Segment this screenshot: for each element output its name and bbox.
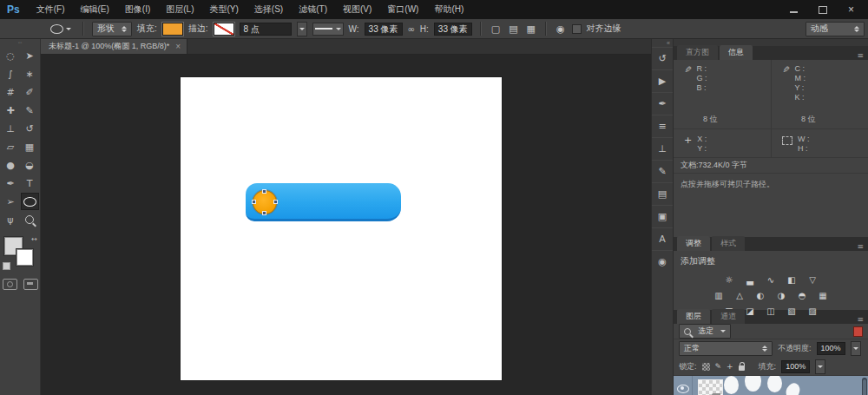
history-panel-icon[interactable]: ↺ <box>652 47 673 69</box>
gradient-map-icon[interactable]: ▨ <box>806 306 819 316</box>
character-panel-icon[interactable]: A <box>652 227 673 250</box>
menu-filter[interactable]: 滤镜(T) <box>291 3 335 16</box>
clone-source-panel-icon[interactable]: ⊥ <box>652 137 673 160</box>
levels-icon[interactable]: ▃ <box>744 275 757 285</box>
canvas-surface[interactable] <box>181 77 502 380</box>
tool-dodge[interactable]: ◒ <box>21 156 39 174</box>
fill-swatch[interactable] <box>162 23 183 36</box>
visibility-cell[interactable] <box>674 376 693 395</box>
black-white-icon[interactable]: ◐ <box>754 291 767 300</box>
anchor-point[interactable] <box>252 200 256 204</box>
menu-type[interactable]: 类型(Y) <box>202 3 247 16</box>
anchor-point[interactable] <box>262 211 266 215</box>
default-colors-icon[interactable] <box>3 262 10 270</box>
stroke-swatch[interactable] <box>214 23 234 36</box>
tool-hand[interactable]: ψ <box>2 211 20 228</box>
layer-row-selected[interactable] <box>674 376 868 395</box>
tool-brush[interactable]: ✎ <box>21 102 39 119</box>
tool-mode-select[interactable]: 形状 <box>92 22 132 36</box>
actions-panel-icon[interactable]: ▶ <box>652 69 673 92</box>
tool-healing-brush[interactable]: ✚ <box>2 102 20 119</box>
collapse-dock-icon[interactable]: « <box>652 39 673 47</box>
tool-eyedropper[interactable]: ✐ <box>21 83 39 101</box>
menu-layer[interactable]: 图层(L) <box>158 3 201 16</box>
align-edges-checkbox[interactable] <box>572 24 582 34</box>
orange-ellipse-shape[interactable] <box>253 190 277 214</box>
width-field[interactable]: 33 像素 <box>365 23 403 36</box>
panel-menu-icon[interactable]: ≡ <box>857 51 868 60</box>
tool-pen[interactable]: ✒ <box>2 174 20 192</box>
exposure-icon[interactable]: ◧ <box>786 275 799 285</box>
anchor-point[interactable] <box>273 200 278 204</box>
fill-field[interactable]: 100% <box>781 360 810 373</box>
panel-menu-icon[interactable]: ≡ <box>857 315 868 324</box>
fill-dropdown[interactable] <box>815 359 825 374</box>
swap-colors-icon[interactable]: ↔ <box>31 235 37 243</box>
vibrance-icon[interactable]: ▽ <box>806 275 819 285</box>
menu-image[interactable]: 图像(I) <box>117 3 158 16</box>
menu-file[interactable]: 文件(F) <box>29 3 73 16</box>
tool-type[interactable]: T <box>21 174 39 192</box>
layer-comps-panel-icon[interactable]: ▤ <box>652 182 673 205</box>
tool-crop[interactable]: # <box>2 83 20 101</box>
brightness-contrast-icon[interactable]: ☼ <box>723 275 736 285</box>
background-color[interactable] <box>16 249 33 266</box>
filter-toggle-button[interactable] <box>853 326 863 337</box>
paragraph-panel-icon[interactable]: ▣ <box>652 205 673 227</box>
brush-presets-panel-icon[interactable]: ✎ <box>652 160 673 182</box>
lock-move-icon[interactable]: + <box>727 362 733 371</box>
tool-magic-wand[interactable]: ∗ <box>21 65 39 82</box>
curves-icon[interactable]: ∿ <box>765 275 778 285</box>
opacity-field[interactable]: 100% <box>817 342 845 355</box>
opacity-dropdown[interactable] <box>851 341 861 356</box>
tab-styles[interactable]: 样式 <box>712 236 745 251</box>
stroke-width-field[interactable]: 8 点 <box>240 23 292 36</box>
layers-scrollbar[interactable] <box>862 378 867 395</box>
menu-edit[interactable]: 编辑(E) <box>72 3 116 16</box>
tab-channels[interactable]: 通道 <box>712 309 745 324</box>
path-operations-icon[interactable]: ▢ <box>490 23 502 35</box>
restore-button[interactable] <box>819 6 827 14</box>
close-tab-icon[interactable]: × <box>175 42 181 51</box>
tool-history-brush[interactable]: ↺ <box>21 120 39 137</box>
blue-button-shape[interactable] <box>246 183 401 221</box>
quick-mask-button[interactable] <box>3 279 17 290</box>
tool-move[interactable]: ➤ <box>21 47 39 64</box>
layer-filter-select[interactable]: 选定 <box>679 324 731 339</box>
preferences-panel-icon[interactable]: ◉ <box>652 250 673 273</box>
lock-all-icon[interactable] <box>739 365 745 371</box>
minimize-button[interactable] <box>790 11 798 13</box>
tab-info[interactable]: 信息 <box>720 45 753 60</box>
color-balance-icon[interactable]: △ <box>733 291 746 300</box>
photo-filter-icon[interactable]: ◑ <box>775 291 788 300</box>
tool-lasso[interactable]: ∫ <box>2 65 20 82</box>
gear-icon[interactable]: ◉ <box>555 23 567 35</box>
tool-gradient[interactable]: ▦ <box>21 138 39 155</box>
path-arrangement-icon[interactable]: ▦ <box>525 23 537 35</box>
tool-blur[interactable]: ● <box>2 156 20 174</box>
stroke-style-dropdown[interactable] <box>312 23 344 36</box>
anchor-point[interactable] <box>262 189 266 194</box>
tool-elliptical-marquee[interactable]: ◌ <box>2 47 20 64</box>
close-button[interactable]: × <box>848 5 854 14</box>
hue-saturation-icon[interactable]: ▥ <box>713 291 726 300</box>
document-tab[interactable]: 未标题-1 @ 100%(椭圆 1, RGB/8)* × <box>41 39 187 54</box>
panel-menu-icon[interactable]: ≡ <box>857 242 868 251</box>
workspace-switcher[interactable]: 动感 <box>806 22 865 36</box>
menu-select[interactable]: 选择(S) <box>247 3 291 16</box>
menu-window[interactable]: 窗口(W) <box>379 3 426 16</box>
tool-preset-picker[interactable] <box>47 23 75 35</box>
color-lookup-icon[interactable]: ▦ <box>817 291 830 300</box>
tool-zoom[interactable] <box>21 211 39 228</box>
blend-mode-select[interactable]: 正常 <box>679 341 773 356</box>
panel-grip[interactable]: ▪▪ <box>0 39 40 47</box>
threshold-icon[interactable]: ◫ <box>765 306 778 316</box>
tool-clone-stamp[interactable]: ⊥ <box>2 120 20 137</box>
tool-eraser[interactable]: ▱ <box>2 138 20 155</box>
lock-paint-icon[interactable]: ✎ <box>715 362 722 371</box>
tool-presets-panel-icon[interactable]: ✒ <box>652 92 673 115</box>
menu-view[interactable]: 视图(V) <box>335 3 379 16</box>
height-field[interactable]: 33 像素 <box>434 23 472 36</box>
layer-thumbnail[interactable] <box>698 379 723 395</box>
tool-ellipse-shape-selected[interactable] <box>21 193 39 210</box>
